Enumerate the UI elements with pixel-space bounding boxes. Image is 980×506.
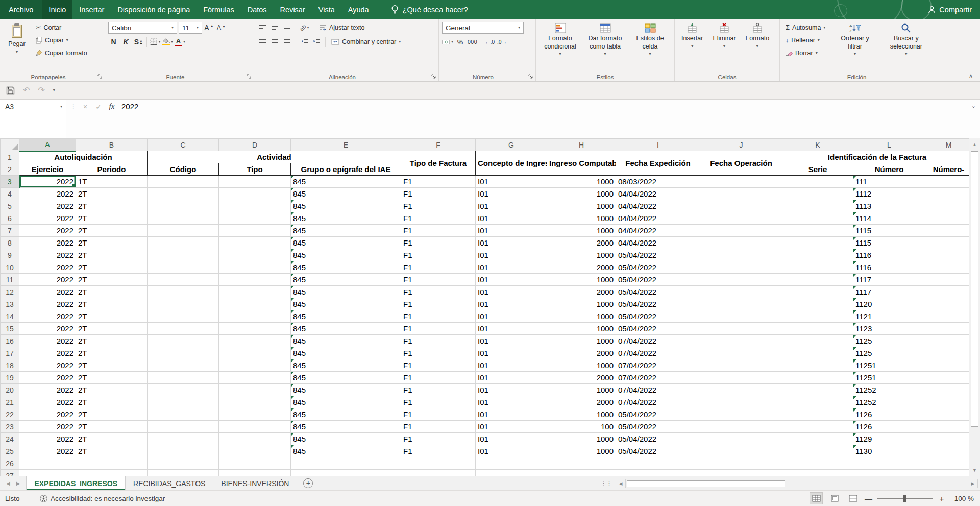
header-identificacion-de-la-factura[interactable]: Identificación de la Factura: [782, 151, 969, 163]
cell-B22[interactable]: 2T: [76, 408, 148, 421]
cell-M16[interactable]: [925, 335, 969, 347]
row-header-11[interactable]: 11: [1, 274, 19, 286]
sheet-tab-expedidas-ingresos[interactable]: EXPEDIDAS_INGRESOS: [26, 476, 126, 490]
cell-G26[interactable]: [476, 457, 547, 470]
cell-B12[interactable]: 2T: [76, 286, 148, 298]
cell-G9[interactable]: I01: [476, 249, 547, 261]
sheet-tab-recibidas-gastos[interactable]: RECIBIDAS_GASTOS: [126, 476, 213, 490]
cell-L17[interactable]: 1125: [853, 347, 925, 359]
cell-E23[interactable]: 845: [291, 421, 401, 433]
cell-A10[interactable]: 2022: [19, 261, 76, 274]
cell-F25[interactable]: F1: [401, 445, 476, 457]
row-header-6[interactable]: 6: [1, 212, 19, 225]
fill-button[interactable]: ↓ Rellenar ▾: [783, 34, 828, 46]
column-header-g[interactable]: G: [476, 139, 547, 151]
comma-format-button[interactable]: 000: [467, 36, 478, 47]
cell-E11[interactable]: 845: [291, 274, 401, 286]
cell-A16[interactable]: 2022: [19, 335, 76, 347]
cell-K14[interactable]: [782, 310, 853, 323]
cell-E16[interactable]: 845: [291, 335, 401, 347]
decrease-font-button[interactable]: A▼: [216, 22, 227, 33]
cell-M24[interactable]: [925, 433, 969, 445]
formula-bar-value[interactable]: 2022: [121, 100, 138, 113]
cell-C9[interactable]: [148, 249, 219, 261]
cell-B10[interactable]: 2T: [76, 261, 148, 274]
cell-C23[interactable]: [148, 421, 219, 433]
ribbon-tab-ayuda[interactable]: Ayuda: [341, 0, 376, 19]
cell-G18[interactable]: I01: [476, 359, 547, 372]
cell-C26[interactable]: [148, 457, 219, 470]
cut-button[interactable]: ✂ Cortar: [33, 21, 90, 33]
cell-F4[interactable]: F1: [401, 188, 476, 200]
tab-scroll-splitter[interactable]: ⋮⋮: [600, 479, 611, 487]
column-header-c[interactable]: C: [148, 139, 219, 151]
cell-A13[interactable]: 2022: [19, 298, 76, 310]
cell-D13[interactable]: [219, 298, 291, 310]
cell-I6[interactable]: 04/04/2022: [616, 212, 700, 225]
cell-F24[interactable]: F1: [401, 433, 476, 445]
cell-A3[interactable]: 2022: [19, 176, 76, 188]
row-header-5[interactable]: 5: [1, 200, 19, 212]
percent-format-button[interactable]: %: [455, 36, 465, 47]
cell-D3[interactable]: [219, 176, 291, 188]
cell-K20[interactable]: [782, 384, 853, 396]
cell-F3[interactable]: F1: [401, 176, 476, 188]
cell-C14[interactable]: [148, 310, 219, 323]
cell-I7[interactable]: 04/04/2022: [616, 225, 700, 237]
column-header-h[interactable]: H: [547, 139, 616, 151]
cell-E24[interactable]: 845: [291, 433, 401, 445]
cell-J26[interactable]: [700, 457, 782, 470]
row-header-25[interactable]: 25: [1, 445, 19, 457]
cell-C24[interactable]: [148, 433, 219, 445]
row-header-8[interactable]: 8: [1, 237, 19, 249]
cell-B26[interactable]: [76, 457, 148, 470]
row-header-1[interactable]: 1: [1, 151, 19, 163]
row-header-17[interactable]: 17: [1, 347, 19, 359]
cell-L12[interactable]: 1117: [853, 286, 925, 298]
cell-L19[interactable]: 11251: [853, 372, 925, 384]
redo-button[interactable]: ↷: [38, 86, 44, 94]
cell-H12[interactable]: 2000: [547, 286, 616, 298]
page-break-view-button[interactable]: [846, 492, 860, 504]
copy-button[interactable]: Copiar ▾: [33, 34, 90, 46]
cell-A27[interactable]: [19, 470, 76, 476]
cell-B25[interactable]: 2T: [76, 445, 148, 457]
row-header-26[interactable]: 26: [1, 457, 19, 470]
cell-M6[interactable]: [925, 212, 969, 225]
cell-K23[interactable]: [782, 421, 853, 433]
zoom-in-button[interactable]: +: [938, 494, 945, 503]
cell-A4[interactable]: 2022: [19, 188, 76, 200]
cell-H4[interactable]: 1000: [547, 188, 616, 200]
cell-K5[interactable]: [782, 200, 853, 212]
cell-E5[interactable]: 845: [291, 200, 401, 212]
cell-I5[interactable]: 04/04/2022: [616, 200, 700, 212]
cell-J20[interactable]: [700, 384, 782, 396]
cell-C17[interactable]: [148, 347, 219, 359]
cell-I18[interactable]: 07/04/2022: [616, 359, 700, 372]
cell-C19[interactable]: [148, 372, 219, 384]
cell-J23[interactable]: [700, 421, 782, 433]
cell-D14[interactable]: [219, 310, 291, 323]
cell-B21[interactable]: 2T: [76, 396, 148, 408]
header-serie[interactable]: Serie: [782, 163, 853, 176]
cell-H24[interactable]: 1000: [547, 433, 616, 445]
header-numero[interactable]: Número: [853, 163, 925, 176]
borders-button[interactable]: ▾: [150, 36, 161, 47]
cell-K22[interactable]: [782, 408, 853, 421]
cell-I11[interactable]: 05/04/2022: [616, 274, 700, 286]
cell-C16[interactable]: [148, 335, 219, 347]
insert-function-button[interactable]: fx: [106, 101, 118, 113]
cell-M26[interactable]: [925, 457, 969, 470]
cell-M19[interactable]: [925, 372, 969, 384]
cell-K16[interactable]: [782, 335, 853, 347]
save-button[interactable]: [6, 86, 15, 95]
format-painter-button[interactable]: Copiar formato: [33, 47, 90, 59]
row-header-16[interactable]: 16: [1, 335, 19, 347]
undo-button[interactable]: ↶: [23, 86, 30, 94]
ribbon-tab-inicio[interactable]: Inicio: [42, 0, 72, 19]
cell-C20[interactable]: [148, 384, 219, 396]
cell-L25[interactable]: 1130: [853, 445, 925, 457]
cell-C25[interactable]: [148, 445, 219, 457]
ribbon-tab-insertar[interactable]: Insertar: [72, 0, 111, 19]
header-fecha-expedicion[interactable]: Fecha Expedición: [616, 151, 700, 176]
